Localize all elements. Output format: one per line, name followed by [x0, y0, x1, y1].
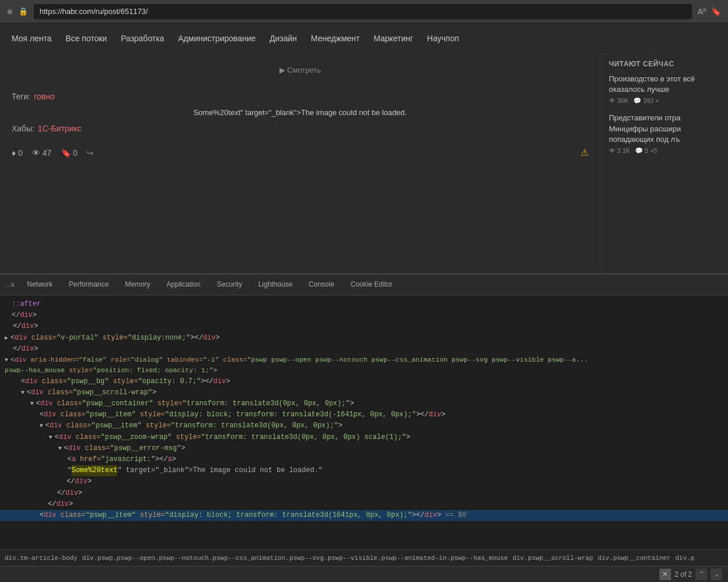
tab-network[interactable]: Network: [19, 274, 61, 295]
tags-value[interactable]: говно: [34, 92, 55, 101]
bookmark-stat-icon: 🔖: [61, 148, 71, 158]
tab-application[interactable]: Application: [159, 274, 209, 295]
sidebar-comment-icon-0: 💬 393 +: [633, 97, 659, 105]
breadcrumb-item-1[interactable]: div.pswp.pswp--open.pswp--notouch.pswp--…: [82, 555, 508, 562]
devtools-breadcrumb: div.tm-article-body div.pswp.pswp--open.…: [0, 549, 728, 566]
bookmarks-stat: 🔖 0: [61, 148, 78, 158]
footer-next-button[interactable]: ⌄: [711, 569, 722, 580]
bookmark-icon[interactable]: 🔖: [711, 7, 721, 16]
code-line-16: "Some%20text" target="_blank">The image …: [0, 465, 728, 476]
url-bar[interactable]: https://habr.com/ru/post/651173/: [34, 4, 692, 19]
breadcrumb-item-0[interactable]: div.tm-article-body: [5, 555, 77, 562]
nav-naucpop[interactable]: Научпоп: [427, 34, 459, 43]
tab-console[interactable]: Console: [300, 274, 342, 295]
tab-cookie-editor[interactable]: Cookie Editor: [342, 274, 400, 295]
tab-elements[interactable]: …s: [0, 274, 19, 295]
share-icon[interactable]: ↪: [87, 148, 94, 158]
diamond-icon: ♦: [12, 148, 16, 158]
nav-moya-lenta[interactable]: Моя лента: [12, 34, 52, 43]
code-line-4: ▶ <div class="v-portal" style="display:n…: [0, 333, 728, 344]
sidebar-eye-icon-1: 👁 3.1K: [609, 147, 630, 155]
sidebar-article-1: Представители отра Минцифры расшири попа…: [609, 113, 720, 155]
hubs-line: Хабы: 1С-Битрикс: [12, 119, 589, 138]
code-line-10: ▼ <div class="pswp__container" style="tr…: [0, 398, 728, 409]
nav-vse-potoki[interactable]: Все потоки: [66, 34, 107, 43]
code-line-9: ▼ <div class="pswp__scroll-wrap" >: [0, 387, 728, 398]
devtools-footer: ✕ 2 of 2 ⌃ ⌄: [0, 566, 728, 582]
hubs-label: Хабы:: [12, 124, 34, 133]
site-nav: Моя лента Все потоки Разработка Админист…: [0, 23, 728, 54]
browser-actions: Aᴿ 🔖: [698, 7, 721, 16]
code-line-5: </div>: [0, 344, 728, 355]
sidebar-article-title-0[interactable]: Производство в этот всё оказалось лучше: [609, 74, 720, 95]
sidebar-title: ЧИТАЮТ СЕЙЧАС: [609, 60, 720, 74]
votes-count: 0: [18, 148, 23, 158]
nav-menedzhment[interactable]: Менеджмент: [311, 34, 360, 43]
pseudo-element: ::after: [12, 299, 41, 310]
tab-performance[interactable]: Performance: [61, 274, 117, 295]
tab-memory[interactable]: Memory: [117, 274, 158, 295]
code-line-12: ▼ <div class="pswp__item" style="transfo…: [0, 420, 728, 431]
tab-lighthouse[interactable]: Lighthouse: [250, 274, 301, 295]
views-stat: 👁 47: [32, 148, 52, 158]
code-line-7: pswp--has_mouse style="position: fixed; …: [0, 365, 728, 376]
code-line-13: ▼ <div class="pswp__zoom-wrap" style="tr…: [0, 432, 728, 443]
reader-icon[interactable]: Aᴿ: [698, 7, 707, 16]
footer-page-info: 2 of 2: [675, 570, 692, 579]
code-line-19: </div>: [0, 499, 728, 510]
nav-administrirovanie[interactable]: Администрирование: [178, 34, 256, 43]
devtools: …s Network Performance Memory Applicatio…: [0, 273, 728, 582]
votes-stat: ♦ 0: [12, 148, 23, 158]
code-line-14: ▼ <div class="pswp__error-msg" >: [0, 443, 728, 454]
tab-security[interactable]: Security: [209, 274, 250, 295]
hubs-value[interactable]: 1С-Битрикс: [38, 124, 81, 133]
tags-label: Теги:: [12, 92, 30, 101]
tags-line: Теги: говно: [12, 86, 589, 106]
nav-dizayn[interactable]: Дизайн: [270, 34, 297, 43]
code-line-8: <div class="pswp__bg" style="opacity: 0.…: [0, 376, 728, 387]
sidebar-article-0: Производство в этот всё оказалось лучше …: [609, 74, 720, 105]
code-line-20: <div class="pswp__item" style="display: …: [0, 510, 728, 521]
footer-close-button[interactable]: ✕: [659, 569, 671, 580]
sidebar-article-meta-1: 👁 3.1K 💬 5 +5: [609, 147, 720, 155]
page-body: ▶ Смотреть Теги: говно Some%20text" targ…: [0, 54, 728, 273]
code-line-17: </div>: [0, 476, 728, 487]
sidebar-eye-icon-0: 👁 36K: [609, 97, 629, 105]
code-line-11: <div class="pswp__item" style="display: …: [0, 409, 728, 420]
code-line-18: </div>: [0, 488, 728, 499]
url-text: https://habr.com/ru/post/651173/: [40, 7, 148, 16]
warning-icon: ⚠: [580, 147, 589, 158]
page-icon: ⊕: [7, 8, 13, 16]
watch-button-area: ▶ Смотреть: [12, 54, 589, 86]
nav-marketing[interactable]: Маркетинг: [374, 34, 413, 43]
nav-razrabotka[interactable]: Разработка: [121, 34, 164, 43]
breadcrumb-item-3[interactable]: div.pswp__container: [598, 555, 670, 562]
code-line-3: </div>: [0, 321, 728, 332]
lock-icon: 🔒: [19, 7, 28, 16]
page-sidebar: ЧИТАЮТ СЕЙЧАС Производство в этот всё ок…: [600, 54, 728, 273]
bookmarks-count: 0: [73, 148, 78, 158]
sidebar-article-title-1[interactable]: Представители отра Минцифры расшири попа…: [609, 113, 720, 145]
page-main: ▶ Смотреть Теги: говно Some%20text" targ…: [0, 54, 600, 273]
footer-prev-button[interactable]: ⌃: [695, 569, 707, 580]
breadcrumb-item-4[interactable]: div.p: [675, 555, 694, 562]
watch-label[interactable]: ▶ Смотреть: [279, 66, 321, 74]
code-line-15: <a href="javascript:" ></a>: [0, 454, 728, 465]
article-stats: ♦ 0 👁 47 🔖 0 ↪ ⚠: [12, 138, 589, 167]
browser-chrome: ⊕ 🔒 https://habr.com/ru/post/651173/ Aᴿ …: [0, 0, 728, 23]
views-count: 47: [42, 148, 52, 158]
devtools-code-panel[interactable]: ::after </div> </div> ▶ <div class="v-po…: [0, 295, 728, 549]
code-line-2: </div>: [0, 310, 728, 321]
sidebar-article-meta-0: 👁 36K 💬 393 +: [609, 97, 720, 105]
webpage-content: Моя лента Все потоки Разработка Админист…: [0, 23, 728, 273]
code-line-1: ::after: [0, 299, 728, 310]
error-text: Some%20text" target="_blank">The image c…: [12, 106, 589, 119]
eye-icon: 👁: [32, 148, 40, 158]
sidebar-comment-icon-1: 💬 5 +5: [635, 147, 658, 155]
breadcrumb-item-2[interactable]: div.pswp__scroll-wrap: [512, 555, 593, 562]
devtools-tabs: …s Network Performance Memory Applicatio…: [0, 274, 728, 295]
code-line-6: ▼ <div aria-hidden="false" role="dialog"…: [0, 355, 728, 365]
